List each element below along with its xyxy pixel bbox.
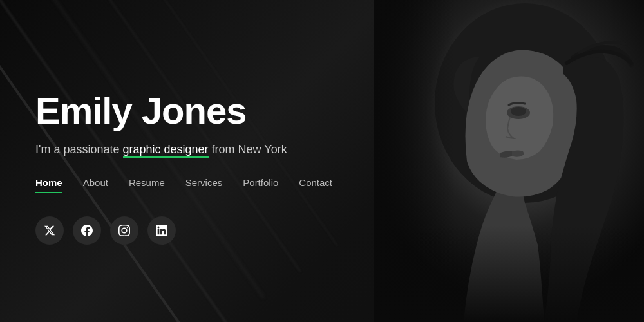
social-links bbox=[35, 216, 422, 245]
facebook-button[interactable] bbox=[73, 216, 101, 245]
nav-item-services[interactable]: Services bbox=[185, 177, 223, 191]
tagline-highlight: graphic designer bbox=[123, 143, 209, 158]
nav-item-resume[interactable]: Resume bbox=[129, 177, 165, 191]
instagram-button[interactable] bbox=[110, 216, 138, 245]
nav-item-home[interactable]: Home bbox=[35, 177, 62, 191]
tagline: I'm a passionate graphic designer from N… bbox=[35, 143, 422, 156]
linkedin-icon bbox=[156, 225, 167, 236]
person-name: Emily Jones bbox=[35, 90, 422, 131]
nav-item-contact[interactable]: Contact bbox=[299, 177, 332, 191]
nav-item-about[interactable]: About bbox=[83, 177, 108, 191]
twitter-button[interactable] bbox=[35, 216, 64, 245]
tagline-suffix: from New York bbox=[209, 143, 287, 156]
navigation: Home About Resume Services Portfolio Con… bbox=[35, 177, 422, 191]
linkedin-button[interactable] bbox=[147, 216, 176, 245]
facebook-icon bbox=[81, 225, 93, 236]
twitter-icon bbox=[44, 225, 55, 236]
instagram-icon bbox=[118, 225, 130, 236]
nav-item-portfolio[interactable]: Portfolio bbox=[243, 177, 278, 191]
main-content: Emily Jones I'm a passionate graphic des… bbox=[35, 0, 422, 322]
tagline-prefix: I'm a passionate bbox=[35, 143, 123, 156]
